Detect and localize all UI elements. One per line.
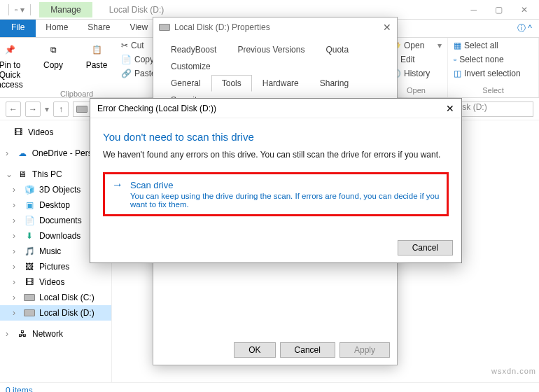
history-button[interactable]: 🕑History xyxy=(391,69,442,78)
tab-previous-versions[interactable]: Previous Versions xyxy=(227,41,315,58)
shortcut-icon: 🔗 xyxy=(121,69,132,78)
ok-button[interactable]: OK xyxy=(234,342,275,358)
3d-icon: 🧊 xyxy=(24,184,35,195)
scan-drive-subtitle: You can keep using the drive during the … xyxy=(130,192,440,209)
maximize-icon[interactable]: ▢ xyxy=(495,5,503,15)
chevron-right-icon: › xyxy=(13,308,20,318)
collapse-ribbon-icon[interactable]: ⓘ ^ xyxy=(510,20,539,37)
group-select-label: Select xyxy=(482,86,504,94)
videos-icon: 🎞 xyxy=(24,276,35,288)
status-bar: 0 items xyxy=(0,382,539,392)
pin-button[interactable]: 📌 Pin to Quick access xyxy=(0,41,29,90)
invert-selection-button[interactable]: ◫Invert selection xyxy=(454,69,521,78)
chevron-right-icon: › xyxy=(13,262,20,272)
chevron-down-icon: ⌄ xyxy=(6,169,13,179)
chevron-right-icon: › xyxy=(13,200,20,210)
invert-icon: ◫ xyxy=(454,69,461,78)
videos-icon: 🎞 xyxy=(13,127,24,138)
forward-button[interactable]: → xyxy=(25,102,41,117)
scan-drive-title: Scan drive xyxy=(130,180,440,190)
select-none-button[interactable]: ▫Select none xyxy=(454,55,521,64)
tab-sharing[interactable]: Sharing xyxy=(309,75,359,92)
minimize-icon[interactable]: ─ xyxy=(470,5,477,15)
tab-tools[interactable]: Tools xyxy=(211,75,252,92)
onedrive-icon: ☁ xyxy=(17,148,28,159)
scissors-icon: ✂ xyxy=(121,41,128,50)
group-open-label: Open xyxy=(407,86,426,94)
tree-item-disk-d[interactable]: ›Local Disk (D:) xyxy=(0,305,111,321)
copy-button[interactable]: ⧉ Copy xyxy=(34,41,72,70)
watermark: wsxdn.com xyxy=(491,367,536,375)
drive-icon xyxy=(76,106,88,113)
music-icon: 🎵 xyxy=(24,246,35,257)
pictures-icon: 🖼 xyxy=(24,261,35,272)
dialog-heading: You don't need to scan this drive xyxy=(103,131,449,143)
qat-save-icon[interactable]: ▫ xyxy=(15,5,18,15)
up-button[interactable]: ↑ xyxy=(53,102,69,117)
chevron-right-icon: › xyxy=(13,185,20,195)
open-button[interactable]: 📂Open▾ xyxy=(391,41,442,50)
chevron-right-icon: › xyxy=(6,329,13,339)
downloads-icon: ⬇ xyxy=(24,230,35,241)
cancel-button[interactable]: Cancel xyxy=(398,240,453,255)
tab-quota[interactable]: Quota xyxy=(315,41,359,58)
apply-button[interactable]: Apply xyxy=(340,342,390,358)
dialog-title: Error Checking (Local Disk (D:)) xyxy=(97,104,216,113)
tab-readyboost[interactable]: ReadyBoost xyxy=(160,41,227,58)
tab-general[interactable]: General xyxy=(160,75,211,92)
drive-icon xyxy=(159,24,170,31)
network-icon: 🖧 xyxy=(17,328,28,340)
tab-customize[interactable]: Customize xyxy=(160,58,221,75)
recent-dropdown-icon[interactable]: ▾ xyxy=(45,104,49,114)
dialog-title: Local Disk (D:) Properties xyxy=(174,22,270,32)
select-all-icon: ▦ xyxy=(454,41,461,50)
pin-label: Pin to Quick access xyxy=(0,60,29,90)
drive-icon xyxy=(24,307,35,318)
select-all-button[interactable]: ▦Select all xyxy=(454,41,521,50)
back-button[interactable]: ← xyxy=(6,102,21,117)
cancel-button[interactable]: Cancel xyxy=(280,342,335,358)
select-none-icon: ▫ xyxy=(454,55,456,64)
chevron-right-icon: › xyxy=(13,277,20,287)
chevron-right-icon: › xyxy=(13,293,20,302)
qat-dropdown-icon[interactable]: ▾ xyxy=(20,5,24,15)
paste-icon: 📋 xyxy=(88,41,106,59)
tree-item-network[interactable]: ›🖧Network xyxy=(0,326,111,342)
chevron-right-icon: › xyxy=(6,148,13,158)
close-icon[interactable]: ✕ xyxy=(446,103,454,114)
dialog-message: We haven't found any errors on this driv… xyxy=(103,150,449,160)
group-clipboard-label: Clipboard xyxy=(60,90,93,98)
chevron-right-icon: › xyxy=(13,216,20,225)
copy-icon: ⧉ xyxy=(44,41,62,59)
edit-button[interactable]: ✎Edit xyxy=(391,55,442,64)
error-checking-dialog: Error Checking (Local Disk (D:)) ✕ You d… xyxy=(90,98,462,263)
scan-drive-option[interactable]: → Scan drive You can keep using the driv… xyxy=(103,172,449,216)
path-icon: 📄 xyxy=(121,55,132,64)
chevron-right-icon: › xyxy=(13,246,20,256)
search-input[interactable]: Disk (D:) xyxy=(449,102,533,117)
close-icon[interactable]: ✕ xyxy=(383,22,391,33)
tab-share[interactable]: Share xyxy=(78,20,120,37)
paste-button[interactable]: 📋 Paste xyxy=(78,41,115,70)
arrow-right-icon: → xyxy=(112,180,123,209)
close-icon[interactable]: ✕ xyxy=(521,5,528,15)
tab-file[interactable]: File xyxy=(0,20,36,37)
tree-item-videos2[interactable]: ›🎞Videos xyxy=(0,274,111,290)
tab-home[interactable]: Home xyxy=(36,20,78,37)
drive-icon xyxy=(24,292,35,303)
status-items: 0 items xyxy=(6,386,33,393)
paste-label: Paste xyxy=(86,60,108,70)
desktop-icon: ▣ xyxy=(24,200,35,211)
window-title: Local Disk (D:) xyxy=(109,5,164,15)
pc-icon: 🖥 xyxy=(17,169,28,180)
chevron-down-icon: ▾ xyxy=(438,41,442,50)
pin-icon: 📌 xyxy=(1,41,19,59)
tab-hardware[interactable]: Hardware xyxy=(252,75,309,92)
manage-tab[interactable]: Manage xyxy=(39,2,92,18)
tree-item-disk-c[interactable]: ›Local Disk (C:) xyxy=(0,290,111,305)
chevron-right-icon: › xyxy=(13,231,20,241)
documents-icon: 📄 xyxy=(24,215,35,226)
copy-label: Copy xyxy=(43,60,63,70)
